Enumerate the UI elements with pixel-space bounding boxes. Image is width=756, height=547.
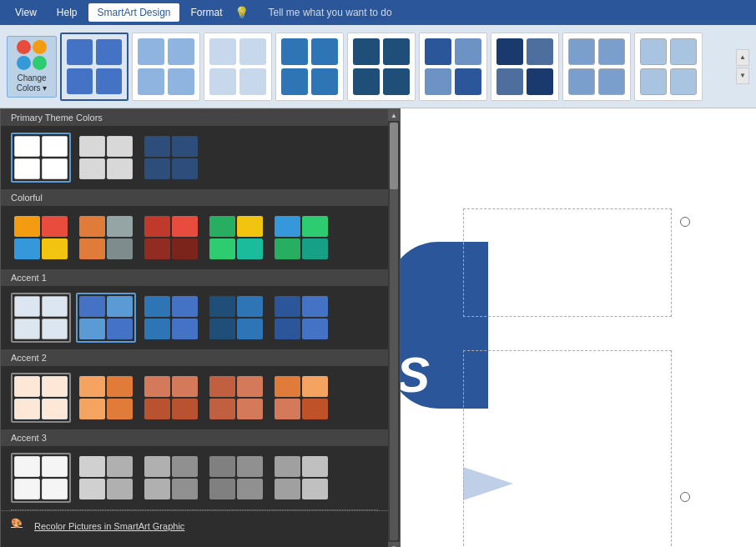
cell xyxy=(209,296,235,317)
accent1-option-1[interactable] xyxy=(11,293,71,343)
ribbon-thumb-7[interactable] xyxy=(491,33,559,101)
accent3-option-3[interactable] xyxy=(141,453,201,503)
cell xyxy=(275,456,300,477)
cell xyxy=(107,399,133,419)
cell xyxy=(14,238,40,259)
ribbon-thumb-5[interactable] xyxy=(347,33,416,101)
accent1-option-5[interactable] xyxy=(271,293,331,343)
scroll-track[interactable] xyxy=(390,123,398,540)
ribbon-thumb-1[interactable] xyxy=(60,33,129,101)
menu-view[interactable]: View xyxy=(7,3,45,22)
section-accent2-header: Accent 2 xyxy=(1,349,388,366)
tell-me-text[interactable]: Tell me what you want to do xyxy=(269,7,392,18)
accent3-option-5[interactable] xyxy=(271,453,331,503)
cell xyxy=(302,216,328,237)
ribbon-thumb-4[interactable] xyxy=(275,33,344,101)
circle-red xyxy=(17,40,31,54)
ribbon-scroll: ▲ ▼ xyxy=(736,49,749,84)
accent3-option-1[interactable] xyxy=(11,453,71,503)
recolor-footer[interactable]: 🎨 Recolor Pictures in SmartArt Graphic xyxy=(1,510,388,541)
colorful-option-2[interactable] xyxy=(76,213,136,263)
ribbon-thumb-2[interactable] xyxy=(132,33,200,101)
cell xyxy=(275,216,300,237)
ribbon-thumb-9[interactable] xyxy=(634,33,703,101)
cell xyxy=(275,479,300,499)
cell xyxy=(209,399,235,419)
cell xyxy=(496,68,523,95)
accent3-option-2[interactable] xyxy=(76,453,136,503)
ribbon-thumb-6[interactable] xyxy=(419,33,487,101)
cell xyxy=(14,296,40,317)
cell xyxy=(144,238,170,259)
cell xyxy=(237,319,263,339)
scroll-down-arrow[interactable]: ▼ xyxy=(388,542,400,547)
cell xyxy=(302,456,328,477)
accent1-option-3[interactable] xyxy=(141,293,201,343)
menu-format[interactable]: Format xyxy=(183,3,231,22)
cell xyxy=(172,399,198,419)
menu-smartart-design[interactable]: SmartArt Design xyxy=(88,3,179,22)
cell xyxy=(598,68,625,95)
cell xyxy=(79,216,105,237)
main-area: S Primary Theme Colors xyxy=(0,108,756,547)
cell xyxy=(275,296,300,317)
scroll-down-button[interactable]: ▼ xyxy=(736,68,749,84)
accent3-options xyxy=(1,446,388,509)
cell xyxy=(138,38,164,65)
cell xyxy=(568,68,595,95)
menu-bar: View Help SmartArt Design Format 💡 Tell … xyxy=(0,0,756,25)
cell xyxy=(302,319,328,339)
menu-help[interactable]: Help xyxy=(48,3,86,22)
colorful-option-5[interactable] xyxy=(271,213,331,263)
selection-handle-bottom[interactable] xyxy=(680,492,690,502)
section-primary-header: Primary Theme Colors xyxy=(1,109,388,126)
primary-option-2[interactable] xyxy=(76,133,136,183)
cell xyxy=(14,216,40,237)
scroll-thumb[interactable] xyxy=(390,123,398,189)
cell xyxy=(14,399,40,419)
selection-handle-top[interactable] xyxy=(680,217,690,227)
scroll-up-arrow[interactable]: ▲ xyxy=(388,109,400,121)
cell xyxy=(209,479,235,499)
cell xyxy=(527,68,553,95)
cell xyxy=(172,479,198,499)
accent1-option-2[interactable] xyxy=(76,293,136,343)
cell xyxy=(79,399,105,419)
primary-option-3[interactable] xyxy=(141,133,201,183)
primary-option-1[interactable] xyxy=(11,133,71,183)
cell xyxy=(42,136,68,157)
cell xyxy=(42,238,68,259)
cell xyxy=(144,136,170,157)
colorful-option-1[interactable] xyxy=(11,213,71,263)
cell xyxy=(425,38,451,65)
change-colors-button[interactable]: ChangeColors ▾ xyxy=(7,36,57,98)
accent2-options xyxy=(1,366,388,429)
colorful-option-3[interactable] xyxy=(141,213,201,263)
cell xyxy=(237,376,263,397)
cell xyxy=(42,296,68,317)
accent2-option-1[interactable] xyxy=(11,373,71,423)
accent1-option-4[interactable] xyxy=(206,293,266,343)
ribbon-thumb-3[interactable] xyxy=(204,33,272,101)
accent2-option-4[interactable] xyxy=(206,373,266,423)
cell xyxy=(425,68,451,95)
cell xyxy=(172,296,198,317)
cell xyxy=(239,68,266,95)
cell xyxy=(172,456,198,477)
accent3-option-4[interactable] xyxy=(206,453,266,503)
cell xyxy=(209,319,235,339)
cell xyxy=(237,456,263,477)
accent2-option-3[interactable] xyxy=(141,373,201,423)
cell xyxy=(42,456,68,477)
scroll-up-button[interactable]: ▲ xyxy=(736,49,749,66)
ribbon-thumb-8[interactable] xyxy=(562,33,631,101)
colorful-option-4[interactable] xyxy=(206,213,266,263)
accent2-option-2[interactable] xyxy=(76,373,136,423)
cell xyxy=(14,479,40,499)
cell xyxy=(14,319,40,339)
accent2-option-5[interactable] xyxy=(271,373,331,423)
cell xyxy=(14,136,40,157)
cell xyxy=(302,479,328,499)
circle-blue xyxy=(17,56,31,70)
cell xyxy=(172,319,198,339)
